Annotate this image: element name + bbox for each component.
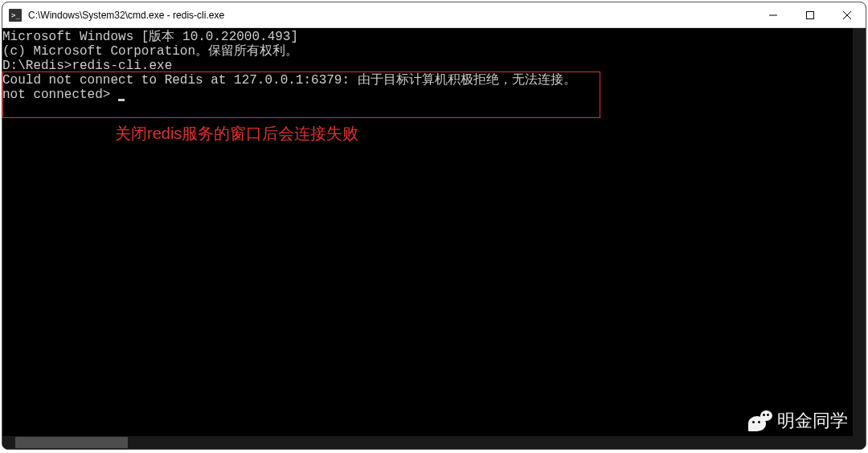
annotation-text: 关闭redis服务的窗口后会连接失败: [115, 126, 358, 141]
window-title: C:\Windows\System32\cmd.exe - redis-cli.…: [28, 10, 755, 21]
svg-rect-3: [807, 12, 814, 19]
svg-text:>_: >_: [11, 11, 20, 19]
maximize-button[interactable]: [792, 2, 829, 28]
watermark-text: 明金同学: [777, 414, 848, 428]
terminal-line: Microsoft Windows [版本 10.0.22000.493]: [2, 30, 866, 44]
terminal-area[interactable]: Microsoft Windows [版本 10.0.22000.493] (c…: [2, 28, 866, 449]
window-controls: [755, 2, 866, 27]
terminal-prompt-line: not connected>: [2, 88, 866, 102]
terminal-line: D:\Redis>redis-cli.exe: [2, 59, 866, 73]
horizontal-scrollbar[interactable]: [2, 436, 853, 449]
watermark: 明金同学: [748, 410, 848, 431]
cursor-icon: [118, 99, 125, 101]
wechat-icon: [748, 410, 772, 431]
terminal-line: (c) Microsoft Corporation。保留所有权利。: [2, 44, 866, 59]
cmd-window: >_ C:\Windows\System32\cmd.exe - redis-c…: [2, 2, 866, 450]
minimize-button[interactable]: [755, 2, 792, 28]
close-button[interactable]: [829, 2, 866, 28]
vertical-scrollbar[interactable]: [853, 28, 866, 449]
terminal-prompt: not connected>: [2, 88, 118, 102]
titlebar[interactable]: >_ C:\Windows\System32\cmd.exe - redis-c…: [2, 2, 866, 28]
horizontal-scroll-thumb[interactable]: [15, 437, 128, 448]
terminal-line: Could not connect to Redis at 127.0.0.1:…: [2, 73, 866, 88]
cmd-icon: >_: [9, 9, 22, 22]
